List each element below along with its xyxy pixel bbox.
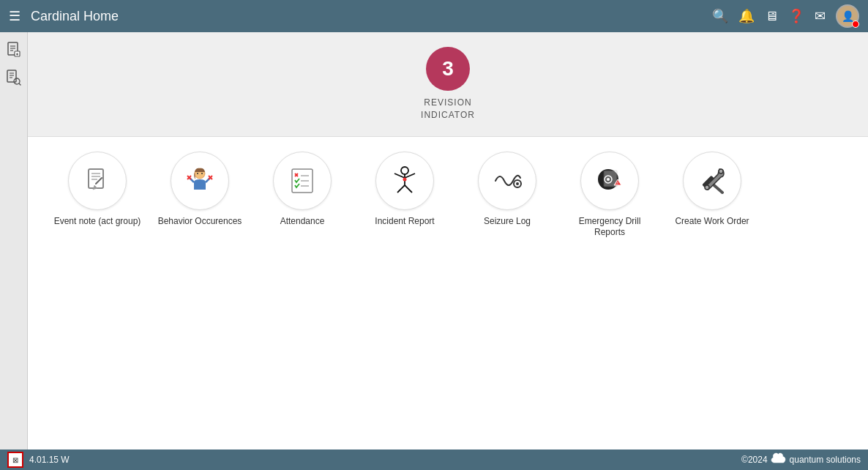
footer: ⊠ 4.01.15 W ©2024 quantum solutions (0, 450, 868, 470)
app-title: Cardinal Home (31, 9, 712, 24)
svg-line-37 (397, 185, 405, 193)
work-order-label: Create Work Order (675, 216, 749, 228)
header-icons: 🔍 🔔 🖥 ❓ ✉ 👤 (712, 4, 859, 28)
svg-point-41 (516, 182, 519, 185)
notification-badge (852, 20, 859, 28)
main-layout: 3 REVISION INDICATOR (0, 32, 868, 450)
event-note-label: Event note (act group) (54, 216, 141, 228)
revision-label: REVISION INDICATOR (421, 97, 475, 122)
behavior-label: Behavior Occurences (158, 216, 242, 228)
svg-point-20 (201, 173, 203, 174)
sidebar (0, 32, 28, 450)
search-icon[interactable]: 🔍 (712, 8, 728, 24)
svg-point-50 (719, 169, 723, 174)
seizure-icon-circle (478, 152, 536, 210)
footer-version: 4.01.15 W (29, 455, 70, 465)
work-order-icon-circle (683, 152, 741, 210)
svg-point-49 (705, 185, 709, 190)
svg-line-38 (405, 185, 412, 193)
behavior-icon-circle (171, 152, 229, 210)
grid-item-attendance[interactable]: Attendance (255, 152, 350, 435)
revision-number: 3 (426, 47, 470, 91)
footer-left: ⊠ 4.01.15 W (7, 452, 70, 468)
revision-banner: 3 REVISION INDICATOR (28, 32, 868, 137)
footer-badge: ⊠ (7, 452, 23, 468)
emergency-drill-label: Emergency Drill Reports (562, 216, 657, 239)
qs-cloud-icon (771, 452, 787, 467)
incident-label: Incident Report (375, 216, 434, 228)
help-icon[interactable]: ❓ (788, 8, 804, 24)
sidebar-item-search-doc[interactable] (4, 67, 24, 88)
attendance-label: Attendance (280, 216, 325, 228)
avatar[interactable]: 👤 (836, 4, 859, 28)
icons-grid: Event note (act group) (28, 137, 868, 450)
svg-point-19 (197, 173, 198, 174)
monitor-icon[interactable]: 🖥 (765, 9, 778, 24)
footer-company: quantum solutions (790, 455, 861, 465)
grid-item-work-order[interactable]: Create Work Order (665, 152, 760, 435)
seizure-label: Seizure Log (484, 216, 531, 228)
svg-rect-7 (7, 70, 16, 82)
svg-point-39 (403, 177, 407, 181)
svg-line-12 (19, 83, 20, 85)
footer-right: ©2024 quantum solutions (741, 452, 861, 467)
event-note-icon-circle (68, 152, 127, 210)
grid-item-incident[interactable]: Incident Report (357, 152, 452, 435)
mail-icon[interactable]: ✉ (815, 8, 826, 24)
content-area: 3 REVISION INDICATOR (28, 32, 868, 450)
alarm-icon[interactable]: 🔔 (738, 8, 755, 24)
attendance-icon-circle (273, 152, 332, 210)
grid-item-event-note[interactable]: Event note (act group) (50, 152, 145, 435)
menu-icon[interactable]: ☰ (9, 8, 20, 24)
incident-icon-circle (375, 152, 434, 210)
header: ☰ Cardinal Home 🔍 🔔 🖥 ❓ ✉ 👤 (0, 0, 868, 32)
grid-item-seizure[interactable]: Seizure Log (460, 152, 555, 435)
footer-copyright: ©2024 (741, 455, 768, 465)
grid-item-behavior[interactable]: Behavior Occurences (152, 152, 247, 435)
svg-rect-46 (604, 171, 617, 187)
grid-item-emergency-drill[interactable]: ! Emergency Drill Reports (562, 152, 657, 435)
svg-point-33 (401, 167, 408, 174)
emergency-drill-icon-circle: ! (580, 152, 639, 210)
sidebar-item-document[interactable] (4, 40, 24, 60)
